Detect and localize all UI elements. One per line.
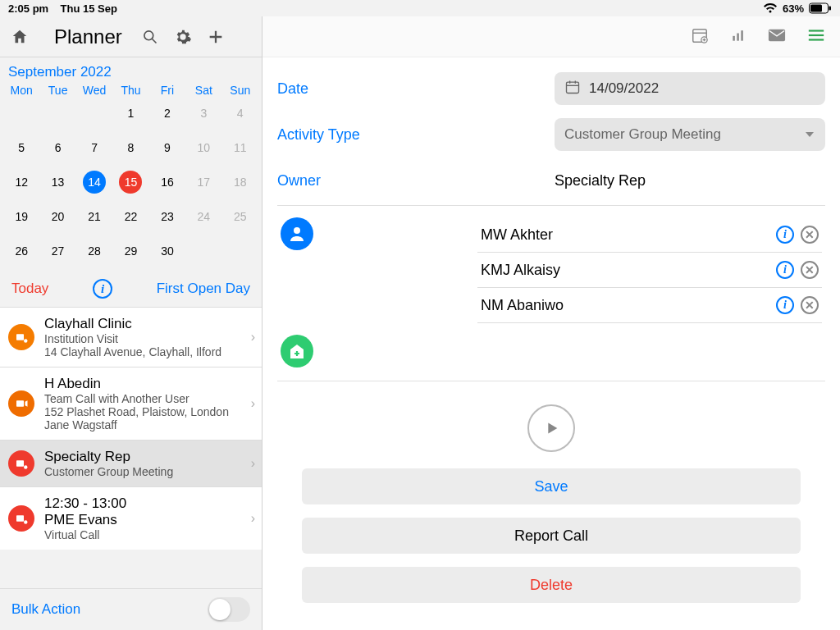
svg-rect-1 (810, 5, 822, 12)
svg-rect-17 (741, 30, 743, 40)
info-icon[interactable]: i (776, 261, 794, 279)
page-title: Planner (54, 25, 122, 48)
svg-rect-10 (16, 515, 24, 522)
calendar-grid[interactable]: 1 2 3 4 5 6 7 8 9 10 11 12 13 14 15 16 1… (0, 102, 262, 271)
virtual-call-icon (8, 505, 34, 532)
add-location-icon[interactable] (281, 335, 313, 368)
save-button[interactable]: Save (302, 468, 801, 504)
calendar-day-selected: 14 (76, 171, 112, 194)
svg-point-6 (24, 339, 28, 343)
svg-rect-22 (567, 82, 579, 93)
svg-rect-16 (737, 33, 739, 40)
remove-icon[interactable]: ✕ (801, 226, 819, 244)
home-icon[interactable] (7, 24, 33, 50)
remove-icon[interactable]: ✕ (801, 296, 819, 314)
person-row: KMJ Alkaisy i ✕ (477, 253, 822, 288)
report-call-button[interactable]: Report Call (302, 518, 801, 554)
owner-label: Owner (277, 172, 540, 189)
today-link[interactable]: Today (11, 281, 48, 297)
info-icon[interactable]: i (776, 226, 794, 244)
battery-icon (809, 2, 832, 14)
team-call-icon (8, 390, 34, 417)
bulk-action-label[interactable]: Bulk Action (11, 601, 80, 618)
meeting-icon (8, 450, 34, 477)
svg-point-9 (24, 465, 28, 469)
list-item[interactable]: Clayhall Clinic Institution Visit 14 Cla… (0, 307, 262, 367)
list-item-selected[interactable]: Specialty Rep Customer Group Meeting › (0, 440, 262, 486)
first-open-day-link[interactable]: First Open Day (157, 281, 250, 297)
play-button[interactable] (527, 404, 575, 452)
person-icon[interactable] (281, 217, 313, 250)
svg-line-4 (152, 39, 156, 43)
bulk-action-toggle[interactable] (208, 597, 250, 622)
svg-rect-7 (16, 400, 24, 407)
info-icon[interactable]: i (93, 279, 112, 299)
date-field[interactable]: 14/09/2022 (555, 72, 825, 105)
svg-point-3 (144, 30, 153, 39)
calendar-day-today: 15 (112, 171, 148, 194)
gear-icon[interactable] (170, 24, 196, 50)
person-row: NM Abaniwo i ✕ (477, 288, 822, 323)
date-label: Date (277, 80, 540, 98)
clock: 2:05 pm (8, 2, 48, 15)
list-item[interactable]: H Abedin Team Call with Another User 152… (0, 367, 262, 440)
search-icon[interactable] (137, 24, 163, 50)
chart-icon[interactable] (730, 27, 746, 47)
svg-rect-2 (829, 7, 832, 11)
chevron-right-icon: › (251, 330, 255, 345)
month-selector[interactable]: September 2022 (0, 57, 262, 80)
svg-rect-15 (733, 35, 735, 40)
remove-icon[interactable]: ✕ (801, 261, 819, 279)
activity-type-label: Activity Type (277, 126, 540, 144)
svg-rect-18 (769, 29, 785, 41)
calendar-icon (564, 79, 581, 99)
delete-button[interactable]: Delete (302, 567, 801, 603)
activity-type-select[interactable]: Customer Group Meeting (555, 118, 825, 151)
chevron-right-icon: › (251, 511, 255, 526)
svg-rect-8 (16, 460, 24, 467)
calendar-add-icon[interactable] (691, 26, 709, 48)
svg-rect-5 (16, 334, 24, 340)
svg-point-11 (24, 520, 28, 524)
weekday-header: Mon Tue Wed Thu Fri Sat Sun (0, 80, 262, 102)
status-date: Thu 15 Sep (61, 2, 117, 15)
person-row: MW Akhter i ✕ (477, 217, 822, 253)
menu-icon[interactable] (807, 28, 825, 46)
visit-icon (8, 324, 34, 350)
owner-value: Specialty Rep (555, 172, 825, 189)
chevron-right-icon: › (251, 396, 255, 411)
events-list: Clayhall Clinic Institution Visit 14 Cla… (0, 307, 262, 588)
svg-point-26 (294, 227, 300, 234)
chevron-right-icon: › (251, 456, 255, 471)
battery-text: 63% (783, 2, 804, 15)
info-icon[interactable]: i (776, 296, 794, 314)
list-item[interactable]: 12:30 - 13:00 PME Evans Virtual Call › (0, 486, 262, 550)
wifi-icon (763, 2, 778, 14)
mail-icon[interactable] (768, 28, 786, 46)
plus-icon[interactable] (203, 24, 229, 50)
